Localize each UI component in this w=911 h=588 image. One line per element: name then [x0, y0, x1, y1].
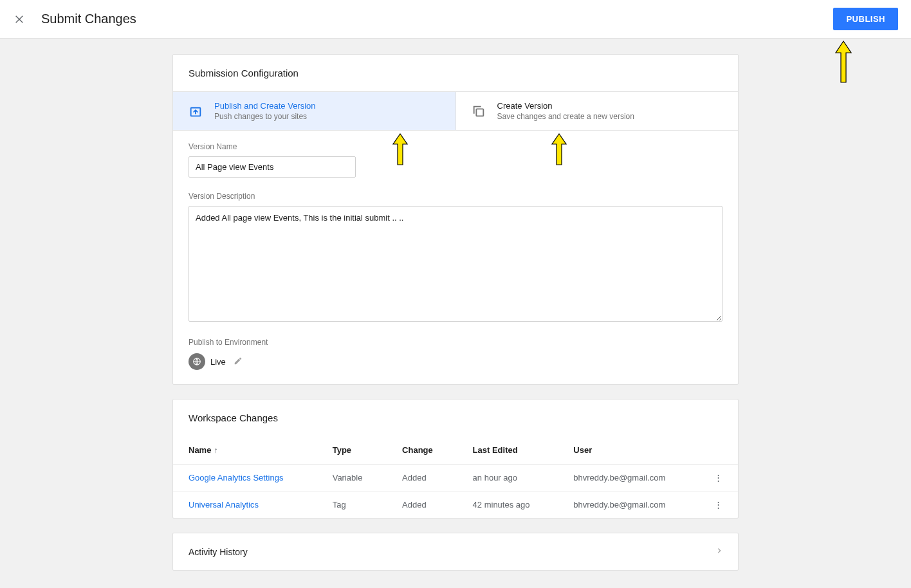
env-section: Publish to Environment Live [173, 338, 738, 384]
version-desc-section: Version Description [173, 192, 738, 338]
env-row: Live [189, 353, 722, 370]
option-subtitle: Push changes to your sites [214, 112, 316, 121]
page-title: Submit Changes [41, 12, 136, 26]
workspace-changes-card: Workspace Changes Name↑ Type Change Last… [172, 399, 739, 519]
option-text: Create Version Save changes and create a… [497, 101, 634, 121]
row-name-link[interactable]: Google Analytics Settings [189, 473, 283, 482]
option-title: Publish and Create Version [214, 101, 316, 111]
table-row: Google Analytics Settings Variable Added… [173, 464, 738, 492]
header-left: Submit Changes [13, 12, 136, 26]
row-change: Added [387, 464, 457, 492]
workspace-table: Name↑ Type Change Last Edited User Googl… [173, 436, 738, 518]
close-button[interactable] [13, 13, 26, 26]
copy-icon [472, 104, 486, 118]
option-text: Publish and Create Version Push changes … [214, 101, 316, 121]
page-header: Submit Changes PUBLISH [0, 0, 911, 39]
submission-config-title: Submission Configuration [173, 55, 738, 91]
close-icon [14, 14, 24, 24]
annotation-arrow-icon [834, 40, 852, 86]
col-name[interactable]: Name↑ [173, 436, 317, 464]
option-create-version[interactable]: Create Version Save changes and create a… [456, 92, 739, 130]
upload-icon [189, 104, 203, 118]
edit-env-button[interactable] [234, 356, 243, 367]
globe-icon [189, 353, 205, 370]
publish-button[interactable]: PUBLISH [833, 8, 898, 30]
chevron-right-icon [716, 546, 722, 557]
version-name-label: Version Name [189, 142, 722, 151]
pencil-icon [234, 356, 243, 365]
env-chip: Live [189, 353, 226, 370]
row-last-edited: 42 minutes ago [457, 492, 558, 519]
more-vert-icon: ⋮ [714, 473, 722, 482]
col-user[interactable]: User [558, 436, 699, 464]
col-last-edited[interactable]: Last Edited [457, 436, 558, 464]
row-menu-button[interactable]: ⋮ [699, 464, 738, 492]
svg-rect-3 [476, 109, 483, 116]
submission-config-card: Submission Configuration Publish and Cre… [172, 54, 739, 385]
option-subtitle: Save changes and create a new version [497, 112, 634, 121]
workspace-changes-title: Workspace Changes [173, 400, 738, 436]
option-publish-and-create[interactable]: Publish and Create Version Push changes … [173, 92, 456, 130]
version-desc-label: Version Description [189, 192, 722, 201]
main-content: Submission Configuration Publish and Cre… [172, 54, 739, 571]
version-desc-input[interactable] [189, 206, 722, 322]
row-type: Tag [317, 492, 387, 519]
row-user: bhvreddy.be@gmail.com [558, 464, 699, 492]
col-change[interactable]: Change [387, 436, 457, 464]
more-vert-icon: ⋮ [714, 500, 722, 510]
activity-history-title: Activity History [189, 547, 248, 557]
row-type: Variable [317, 464, 387, 492]
row-last-edited: an hour ago [457, 464, 558, 492]
env-label: Publish to Environment [189, 338, 722, 347]
table-row: Universal Analytics Tag Added 42 minutes… [173, 492, 738, 519]
version-name-input[interactable] [189, 156, 356, 178]
row-menu-button[interactable]: ⋮ [699, 492, 738, 519]
env-name: Live [210, 357, 226, 367]
version-name-section: Version Name [173, 131, 738, 192]
col-type[interactable]: Type [317, 436, 387, 464]
row-change: Added [387, 492, 457, 519]
option-title: Create Version [497, 101, 634, 111]
row-name-link[interactable]: Universal Analytics [189, 500, 259, 510]
sort-asc-icon: ↑ [214, 446, 217, 455]
submission-options: Publish and Create Version Push changes … [173, 91, 738, 131]
row-user: bhvreddy.be@gmail.com [558, 492, 699, 519]
activity-history-card[interactable]: Activity History [172, 533, 739, 571]
